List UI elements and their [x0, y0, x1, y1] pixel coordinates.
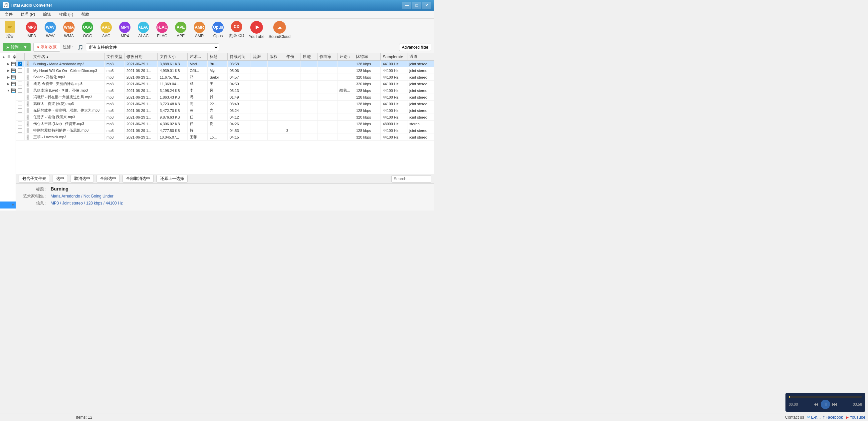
- sidebar-item-f[interactable]: ▶ 💾 Game (F:): [0, 81, 16, 87]
- col-header-title[interactable]: 标题: [208, 53, 228, 60]
- sidebar-item-psauto[interactable]: 📁 PSAutoRecover: [0, 141, 16, 147]
- sidebar-item-andyou[interactable]: 🗜 安徒生童话.zip: [0, 208, 16, 210]
- row-check-5[interactable]: [16, 94, 25, 100]
- sidebar-item-hongjing[interactable]: 📁 HONGJING3: [0, 120, 16, 127]
- tree-toggle-wondershare[interactable]: [11, 162, 15, 166]
- table-row[interactable]: ♪ 任贤齐 - 诶仙 我回来.mp3 mp3 2021-06-29 1... 9…: [16, 114, 434, 120]
- col-header-type[interactable]: 文件类型: [104, 53, 124, 60]
- select-all-button[interactable]: 全部选中: [96, 175, 120, 183]
- tree-toggle-baidu[interactable]: [11, 108, 15, 113]
- favorite-button[interactable]: ♥ 添加收藏: [33, 43, 60, 52]
- minimize-button[interactable]: —: [402, 2, 411, 9]
- tool-btn-ape[interactable]: APE APE: [172, 20, 189, 39]
- table-row[interactable]: ♪ 王菲 - Lovesick.mp3 mp3 2021-06-29 1... …: [16, 134, 434, 141]
- checkbox-4[interactable]: [18, 88, 22, 92]
- sidebar-item-folder1[interactable]: 📁 7d6daed73a8ab9506032b574: [0, 94, 16, 101]
- table-row[interactable]: ♪ 伤心太平洋 (Live) - 任贤齐.mp3 mp3 2021-06-29 …: [16, 120, 434, 127]
- checkbox-7[interactable]: [18, 108, 22, 113]
- row-check-6[interactable]: [16, 101, 25, 107]
- sidebar-item-yinyue[interactable]: ▼ 📁 音乐: [0, 201, 16, 208]
- col-header-date[interactable]: 修改日期: [124, 53, 158, 60]
- tree-toggle-g[interactable]: ▼: [6, 88, 11, 93]
- table-row[interactable]: ♪ 冯曦妤 - 我在那一角落患过伤风.mp3 mp3 2021-06-29 1.…: [16, 94, 434, 101]
- tree-toggle-folder1[interactable]: [11, 95, 15, 100]
- sidebar-item-kwdown[interactable]: 📁 KwDownload: [0, 127, 16, 134]
- table-row[interactable]: ♪ 光阴的故事 - 黄晓明、邓超、佟大为.mp3 mp3 2021-06-29 …: [16, 107, 434, 114]
- tree-toggle-hongjing[interactable]: [11, 121, 15, 126]
- sidebar-item-wondershare[interactable]: 📁 Wondershare UniConverter: [0, 161, 16, 167]
- table-row[interactable]: ♪ 风吹麦浪 (Live) - 李健、孙俪.mp3 mp3 2021-06-29…: [16, 87, 434, 94]
- menu-edit[interactable]: 编辑: [41, 11, 53, 18]
- table-row[interactable]: ♪ Sailor - 郑智化.mp3 mp3 2021-06-29 1... 1…: [16, 74, 434, 81]
- maximize-button[interactable]: □: [412, 2, 421, 9]
- tool-btn-youtube[interactable]: YouTube: [247, 20, 267, 39]
- sidebar-item-kefeng[interactable]: 📁 可封装APP抖赞系统源码自: [0, 188, 16, 195]
- deselect-all-button[interactable]: 全部取消选中: [122, 175, 154, 183]
- deselect-button[interactable]: 取消选中: [70, 175, 94, 183]
- sidebar-item-qycache[interactable]: 📁 qycache: [0, 154, 16, 161]
- col-header-year[interactable]: 年份: [284, 53, 301, 60]
- sidebar-item-jinyong[interactable]: 📁 金庸群侠传x：绅士无双尽: [0, 180, 16, 188]
- tree-toggle-qldl[interactable]: [11, 148, 15, 153]
- sidebar-item-llss[interactable]: 📁 LLSSHHJJDDSSBB: [0, 134, 16, 141]
- sidebar-item-quanneng[interactable]: 📁 全能格式转换器: [0, 195, 16, 201]
- row-check-9[interactable]: [16, 120, 25, 127]
- tree-toggle-c[interactable]: ▶: [6, 62, 11, 66]
- tool-btn-mp3[interactable]: MP3 MP3: [23, 20, 40, 39]
- row-check-2[interactable]: [16, 74, 25, 80]
- col-header-track[interactable]: 轨迹: [301, 53, 317, 60]
- tool-btn-ogg[interactable]: OGG OGG: [79, 20, 96, 39]
- tree-toggle-youku[interactable]: [11, 168, 15, 173]
- table-row[interactable]: ♪ 成龙-金喜善 - 美丽的神话.mp3 mp3 2021-06-29 1...…: [16, 81, 434, 87]
- tool-btn-mp4[interactable]: MP4 MP4: [116, 20, 133, 39]
- tool-btn-amr[interactable]: AMR AMR: [191, 20, 208, 39]
- tree-toggle-f[interactable]: ▶: [6, 82, 11, 86]
- tree-toggle-qycache[interactable]: [11, 155, 15, 160]
- col-header-rights[interactable]: 版权: [268, 53, 284, 60]
- table-row[interactable]: ♪ 特别的爱给特别的你 - 伍思凯.mp3 mp3 2021-06-29 1..…: [16, 127, 434, 134]
- tree-toggle-driver[interactable]: [11, 115, 15, 119]
- tool-btn-burn[interactable]: CD 刻录 CD: [228, 20, 245, 39]
- menu-file[interactable]: 文件: [3, 11, 14, 18]
- checkbox-10[interactable]: [18, 128, 22, 133]
- table-row[interactable]: ✓ ♪ Burning - Maria Arredondo.mp3 mp3 20…: [16, 61, 434, 67]
- tool-btn-flac[interactable]: FLAC FLAC: [153, 20, 171, 39]
- select-button[interactable]: 选中: [53, 175, 68, 183]
- menu-favorites[interactable]: 收藏 (F): [57, 11, 75, 18]
- col-header-composer[interactable]: 作曲家: [317, 53, 338, 60]
- sidebar-item-d[interactable]: ▶ 💾 soft (D:): [0, 67, 16, 74]
- tree-toggle-e[interactable]: ▶: [6, 75, 11, 80]
- report-button[interactable]: 报告: [3, 20, 17, 39]
- tree-toggle-quanneng[interactable]: [11, 196, 15, 200]
- col-header-bitrate[interactable]: 比特率: [354, 53, 381, 60]
- tool-btn-wav[interactable]: WAV WAV: [41, 20, 59, 39]
- checkbox-8[interactable]: [18, 115, 22, 119]
- col-header-stream[interactable]: 流派: [251, 53, 268, 60]
- row-check-1[interactable]: [16, 67, 25, 74]
- tree-toggle-kwdown[interactable]: [11, 128, 15, 133]
- sidebar-item-g[interactable]: ▼ 💾 Vidio (G:): [0, 87, 16, 94]
- tool-btn-aac[interactable]: AAC AAC: [97, 20, 115, 39]
- tree-toggle-aliyun[interactable]: [11, 102, 15, 106]
- col-header-duration[interactable]: 持续时间: [228, 53, 251, 60]
- checkbox-9[interactable]: [18, 121, 22, 126]
- tree-toggle-andyou[interactable]: [11, 210, 15, 211]
- tree-toggle-kefeng[interactable]: [11, 189, 15, 194]
- sidebar-item-desktop[interactable]: ▶ 🖥 桌面: [0, 53, 16, 60]
- checkbox-2[interactable]: [18, 75, 22, 79]
- close-button[interactable]: ✕: [422, 2, 431, 9]
- row-check-11[interactable]: [16, 134, 25, 140]
- tree-toggle-desktop[interactable]: ▶: [1, 55, 6, 59]
- sidebar-item-driver[interactable]: 📁 DriverTalent: [0, 114, 16, 120]
- tree-toggle-yinyue[interactable]: ▼: [11, 203, 15, 207]
- sidebar-item-qldl[interactable]: 📁 QLDownload: [0, 147, 16, 154]
- sidebar-item-baidu[interactable]: 📁 BaiduNetdiskDownload: [0, 107, 16, 114]
- tool-btn-wma[interactable]: WMA WMA: [60, 20, 78, 39]
- checkbox-0[interactable]: ✓: [18, 62, 22, 66]
- checkbox-1[interactable]: [18, 68, 22, 73]
- sidebar-item-e[interactable]: ▶ 💾 word (E:): [0, 74, 16, 81]
- include-subfolders-button[interactable]: 包含子文件夹: [19, 175, 50, 183]
- table-row[interactable]: ♪ 高耀太 - 喜哭 (火花).mp3 mp3 2021-06-29 1... …: [16, 101, 434, 107]
- search-input[interactable]: [392, 175, 431, 183]
- restore-selection-button[interactable]: 还原上一选择: [156, 175, 188, 183]
